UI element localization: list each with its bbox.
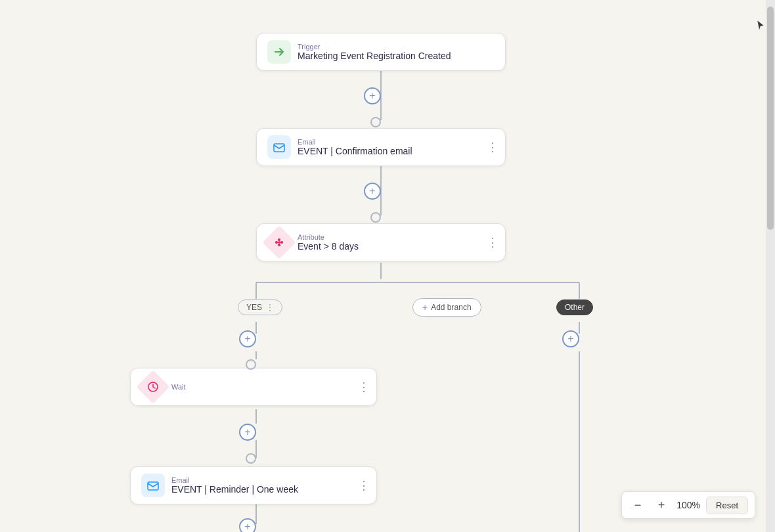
wait-label: Wait [171,383,186,391]
zoom-value: 100% [676,500,701,510]
other-label-text: Other [565,303,585,312]
connector-lines [0,0,762,532]
trigger-icon [267,40,291,64]
email1-menu[interactable]: ⋮ [487,141,498,153]
cursor [757,20,764,32]
add-btn-email2[interactable]: + [239,518,256,532]
email2-menu[interactable]: ⋮ [358,479,370,491]
svg-rect-21 [148,482,158,490]
wait-icon [137,370,170,404]
zoom-in-button[interactable]: + [652,496,671,514]
add-branch-button[interactable]: + Add branch [412,298,481,317]
email1-text: Email EVENT | Confirmation email [298,138,412,156]
attribute-text: Attribute Event > 8 days [298,233,359,252]
connector-circle-1 [370,117,381,127]
email1-icon [267,135,291,159]
email1-node[interactable]: Email EVENT | Confirmation email ⋮ [256,128,506,166]
attribute-icon [263,226,296,259]
yes-branch-label[interactable]: YES ⋮ [238,299,282,315]
add-btn-wait[interactable]: + [239,424,256,441]
attribute-title: Event > 8 days [298,241,359,252]
add-btn-2[interactable]: + [364,183,381,200]
trigger-title: Marketing Event Registration Created [298,51,451,61]
scrollbar[interactable] [766,0,775,532]
yes-menu[interactable]: ⋮ [266,303,274,312]
trigger-label: Trigger [298,43,451,51]
email2-title: EVENT | Reminder | One week [171,484,298,495]
wait-node[interactable]: Wait ⋮ [130,368,377,406]
email2-icon [141,474,165,497]
trigger-text: Trigger Marketing Event Registration Cre… [298,43,451,61]
add-btn-other[interactable]: + [562,330,579,347]
add-branch-icon: + [422,302,428,313]
zoom-out-button[interactable]: − [629,496,647,514]
attribute-menu[interactable]: ⋮ [487,236,498,248]
connector-circle-wait [246,453,256,464]
add-btn-1[interactable]: + [364,87,381,104]
email2-node[interactable]: Email EVENT | Reminder | One week ⋮ [130,466,377,504]
add-branch-label: Add branch [431,303,471,312]
add-btn-yes[interactable]: + [239,330,256,347]
connector-circle-yes [246,359,256,370]
trigger-node[interactable]: Trigger Marketing Event Registration Cre… [256,33,506,71]
workflow-canvas: Trigger Marketing Event Registration Cre… [0,0,775,532]
scrollbar-thumb[interactable] [767,7,774,230]
email2-label: Email [171,476,298,484]
attribute-node[interactable]: Attribute Event > 8 days ⋮ [256,223,506,261]
zoom-toolbar: − + 100% Reset [621,491,755,519]
svg-rect-13 [274,144,284,152]
connector-circle-2 [370,212,381,223]
zoom-reset-button[interactable]: Reset [706,497,748,514]
attribute-label: Attribute [298,233,359,241]
yes-label-text: YES [246,303,262,312]
email1-title: EVENT | Confirmation email [298,146,412,156]
wait-text: Wait [171,383,186,391]
other-branch-label[interactable]: Other [556,299,593,315]
email1-label: Email [298,138,412,146]
wait-menu[interactable]: ⋮ [358,381,370,393]
email2-text: Email EVENT | Reminder | One week [171,476,298,495]
